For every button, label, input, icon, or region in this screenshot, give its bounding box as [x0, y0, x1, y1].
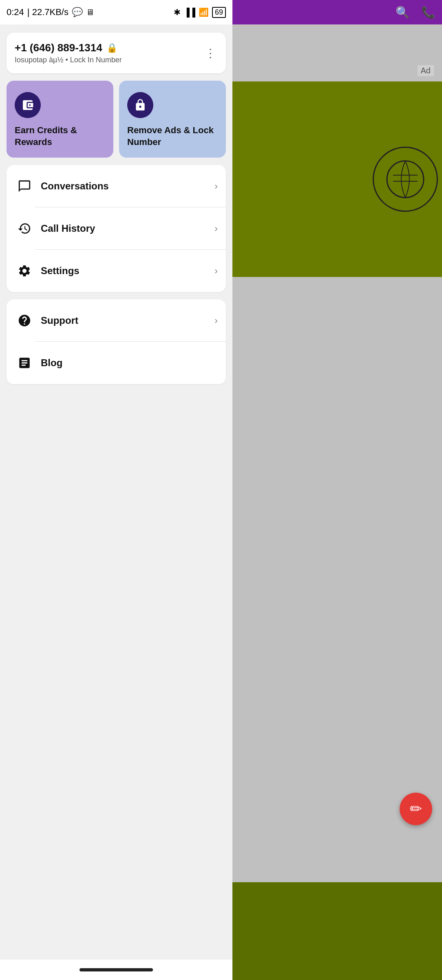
compose-fab-button[interactable]: ✏	[400, 793, 432, 825]
svg-point-0	[387, 161, 424, 198]
right-content: Ad ✏	[232, 24, 442, 980]
settings-item[interactable]: Settings ›	[7, 250, 226, 292]
earn-credits-icon	[15, 92, 41, 118]
support-item[interactable]: Support ›	[7, 299, 226, 342]
settings-icon	[15, 261, 34, 281]
right-panel: 🔍 📞 Ad ✏	[232, 0, 442, 980]
lock-icon: 🔒	[106, 43, 117, 53]
conversations-item[interactable]: Conversations ›	[7, 165, 226, 207]
remove-ads-icon	[127, 92, 153, 118]
support-icon	[15, 311, 34, 330]
ad-green-block	[232, 81, 442, 277]
phone-card: +1 (646) 889-1314 🔒 Iosupotap àµ½ • Lock…	[7, 33, 226, 73]
phone-subtitle: Iosupotap àµ½ • Lock In Number	[15, 56, 122, 64]
call-history-chevron: ›	[214, 223, 218, 234]
blog-icon	[15, 353, 34, 373]
status-left: 0:24 | 22.7KB/s 💬 🖥	[7, 7, 94, 18]
phone-number-text: +1 (646) 889-1314	[15, 42, 102, 54]
menu-group-2: Support › Blog	[7, 299, 226, 384]
earn-credits-label: Earn Credits & Rewards	[15, 125, 105, 148]
call-history-icon	[15, 219, 34, 238]
call-history-label: Call History	[41, 223, 214, 234]
more-options-button[interactable]: ⋮	[203, 45, 218, 62]
phone-icon[interactable]: 📞	[421, 6, 435, 19]
support-label: Support	[41, 315, 214, 326]
search-icon[interactable]: 🔍	[396, 6, 410, 19]
conversations-label: Conversations	[41, 180, 214, 192]
pencil-icon: ✏	[410, 800, 422, 817]
settings-label: Settings	[41, 265, 214, 277]
menu-group-1: Conversations › Call History › Settings …	[7, 165, 226, 292]
battery-icon: 69	[212, 7, 226, 18]
remove-ads-label: Remove Ads & Lock Number	[127, 125, 218, 148]
phone-info: +1 (646) 889-1314 🔒 Iosupotap àµ½ • Lock…	[15, 42, 122, 64]
settings-chevron: ›	[214, 265, 218, 277]
remove-ads-card[interactable]: Remove Ads & Lock Number	[119, 81, 226, 158]
main-panel: +1 (646) 889-1314 🔒 Iosupotap àµ½ • Lock…	[0, 24, 232, 980]
support-chevron: ›	[214, 315, 218, 326]
status-bar: 0:24 | 22.7KB/s 💬 🖥 ✱ ▐▐ 📶 69	[0, 0, 232, 24]
right-top-bar: 🔍 📞	[232, 0, 442, 24]
blog-label: Blog	[41, 357, 218, 369]
earn-credits-card[interactable]: Earn Credits & Rewards	[7, 81, 113, 158]
ad-circle-graphic	[373, 147, 438, 212]
bottom-green-block	[232, 882, 442, 980]
screen-icon: 🖥	[86, 8, 94, 17]
whatsapp-icon: 💬	[72, 7, 83, 18]
conversations-icon	[15, 176, 34, 196]
status-right: ✱ ▐▐ 📶 69	[174, 7, 226, 18]
ad-label: Ad	[418, 65, 434, 76]
status-speed: | 22.7KB/s	[27, 7, 69, 18]
status-time: 0:24	[7, 7, 24, 18]
wifi-icon: 📶	[199, 7, 209, 17]
signal-icon: ▐▐	[184, 8, 195, 17]
conversations-chevron: ›	[214, 180, 218, 192]
home-indicator[interactable]	[80, 968, 153, 971]
phone-number: +1 (646) 889-1314 🔒	[15, 42, 122, 54]
bluetooth-icon: ✱	[174, 7, 181, 17]
blog-item[interactable]: Blog	[7, 342, 226, 384]
action-cards-row: Earn Credits & Rewards Remove Ads & Lock…	[7, 81, 226, 158]
bottom-nav	[0, 960, 232, 980]
call-history-item[interactable]: Call History ›	[7, 207, 226, 250]
